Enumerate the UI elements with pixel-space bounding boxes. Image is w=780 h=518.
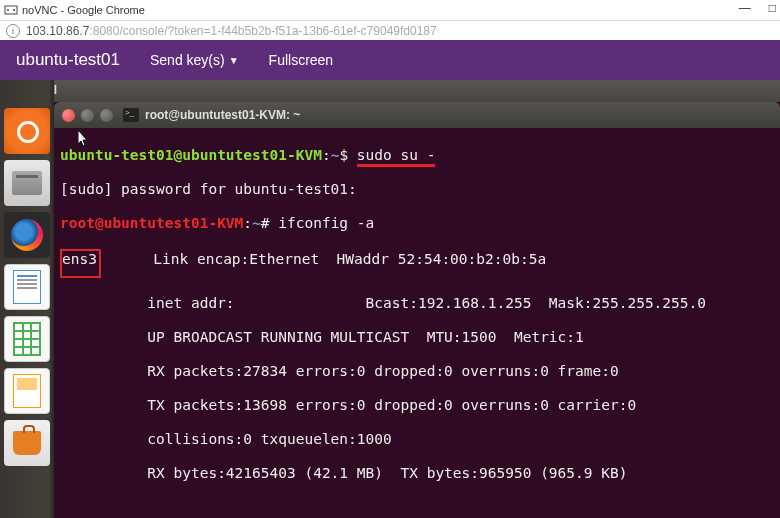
calc-icon xyxy=(13,322,41,356)
terminal-line: inet addr: Bcast:192.168.1.255 Mask:255.… xyxy=(60,295,774,312)
minimize-icon[interactable]: — xyxy=(739,1,751,15)
mouse-cursor-icon xyxy=(78,130,90,148)
fullscreen-button[interactable]: Fullscreen xyxy=(269,52,334,68)
browser-titlebar: noVNC - Google Chrome — □ xyxy=(0,0,780,20)
ubuntu-icon xyxy=(13,117,41,145)
firefox-icon xyxy=(11,219,43,251)
writer-icon xyxy=(13,270,41,304)
svg-rect-0 xyxy=(5,6,17,14)
terminal-line: [sudo] password for ubuntu-test01: xyxy=(60,181,774,198)
terminal-line: collisions:0 txqueuelen:1000 xyxy=(60,431,774,448)
browser-title: noVNC - Google Chrome xyxy=(22,4,145,16)
terminal-line: UP BROADCAST RUNNING MULTICAST MTU:1500 … xyxy=(60,329,774,346)
software-launcher[interactable] xyxy=(4,420,50,466)
terminal-line xyxy=(60,499,774,516)
maximize-icon[interactable]: □ xyxy=(769,1,776,15)
terminal-line: root@ubuntutest01-KVM:~# ifconfig -a xyxy=(60,215,774,232)
terminal-line: TX packets:13698 errors:0 dropped:0 over… xyxy=(60,397,774,414)
novnc-icon xyxy=(4,3,18,17)
impress-icon xyxy=(13,374,41,408)
close-button[interactable] xyxy=(62,109,75,122)
terminal-line: ens3 Link encap:Ethernet HWaddr 52:54:00… xyxy=(60,249,774,278)
software-icon xyxy=(13,431,41,455)
terminal-line: RX bytes:42165403 (42.1 MB) TX bytes:965… xyxy=(60,465,774,482)
send-keys-label: Send key(s) xyxy=(150,52,225,68)
send-keys-menu[interactable]: Send key(s) ▼ xyxy=(150,52,239,68)
impress-launcher[interactable] xyxy=(4,368,50,414)
url-host: 103.10.86.7 xyxy=(26,24,89,38)
url-path: :8080/console/?token=1-f44b5b2b-f51a-13b… xyxy=(89,24,436,38)
calc-launcher[interactable] xyxy=(4,316,50,362)
vnc-header: ubuntu-test01 Send key(s) ▼ Fullscreen xyxy=(0,40,780,80)
terminal-window: root@ubuntutest01-KVM: ~ ubuntu-test01@u… xyxy=(54,102,780,518)
minimize-button[interactable] xyxy=(81,109,94,122)
terminal-content[interactable]: ubuntu-test01@ubuntutest01-KVM:~$ sudo s… xyxy=(54,128,780,518)
dash-button[interactable] xyxy=(4,108,50,154)
active-window-label: Terminal xyxy=(0,80,780,102)
unity-launcher xyxy=(0,80,54,518)
files-launcher[interactable] xyxy=(4,160,50,206)
vnc-hostname: ubuntu-test01 xyxy=(16,50,120,70)
files-icon xyxy=(12,171,42,195)
terminal-line: RX packets:27834 errors:0 dropped:0 over… xyxy=(60,363,774,380)
maximize-button[interactable] xyxy=(100,109,113,122)
svg-point-1 xyxy=(7,9,9,11)
writer-launcher[interactable] xyxy=(4,264,50,310)
svg-point-2 xyxy=(13,9,15,11)
chevron-down-icon: ▼ xyxy=(229,55,239,66)
info-icon[interactable]: i xyxy=(6,24,20,38)
terminal-title: root@ubuntutest01-KVM: ~ xyxy=(145,108,300,122)
terminal-titlebar[interactable]: root@ubuntutest01-KVM: ~ xyxy=(54,102,780,128)
firefox-launcher[interactable] xyxy=(4,212,50,258)
desktop-area: Terminal root@ubuntutest01-KVM: ~ ubuntu… xyxy=(0,80,780,518)
browser-addressbar[interactable]: i 103.10.86.7:8080/console/?token=1-f44b… xyxy=(0,20,780,40)
terminal-icon xyxy=(123,108,139,122)
terminal-line: ubuntu-test01@ubuntutest01-KVM:~$ sudo s… xyxy=(60,147,774,164)
